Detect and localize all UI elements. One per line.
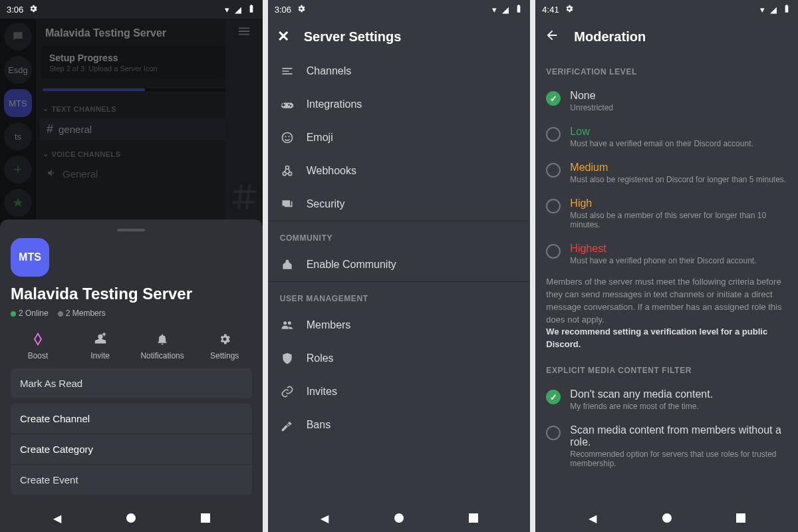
channel-label: general	[59, 124, 92, 135]
verification-high[interactable]: HighMust also be a member of this server…	[546, 191, 787, 236]
option-title: High	[570, 198, 787, 209]
status-time: 4:41	[542, 5, 559, 15]
hammer-icon	[280, 418, 295, 432]
members-item[interactable]: Members	[268, 309, 531, 342]
create-category-button[interactable]: Create Category	[11, 434, 252, 464]
speaker-icon	[47, 168, 57, 180]
radio-icon	[546, 199, 561, 213]
server-ts[interactable]: ts	[4, 122, 32, 150]
option-title: Don't scan any media content.	[570, 388, 713, 400]
community-section: COMMUNITY	[268, 221, 531, 248]
verification-section: VERIFICATION LEVEL	[546, 55, 787, 83]
option-subtitle: My friends are nice most of the time.	[570, 402, 713, 411]
online-count: 2 Online	[11, 309, 49, 318]
gear-icon	[565, 4, 574, 15]
option-subtitle: Must also be registered on Discord for l…	[570, 175, 786, 184]
verification-highest[interactable]: HighestMust have a verified phone on the…	[546, 236, 787, 272]
nav-home-icon[interactable]	[660, 511, 674, 525]
nav-home-icon[interactable]	[392, 511, 406, 525]
option-subtitle: Must have a verified phone on their Disc…	[570, 256, 756, 265]
hamburger-icon[interactable]	[237, 24, 251, 41]
option-title: None	[570, 90, 613, 102]
verification-medium[interactable]: MediumMust also be registered on Discord…	[546, 155, 787, 191]
wifi-icon: ▾	[760, 5, 765, 15]
bans-item[interactable]: Bans	[268, 408, 531, 442]
bell-icon	[154, 331, 170, 347]
radio-icon	[546, 163, 561, 178]
enable-community-item[interactable]: Enable Community	[268, 248, 531, 281]
page-title: Server Settings	[304, 29, 402, 45]
integrations-item[interactable]: Integrations	[268, 88, 531, 121]
chevron-down-icon[interactable]: ⌄	[43, 104, 49, 113]
svg-point-4	[288, 172, 291, 176]
nav-recent-icon[interactable]	[199, 511, 212, 525]
shield-icon	[280, 351, 295, 366]
gear-icon	[29, 4, 38, 15]
list-label: Channels	[307, 65, 352, 77]
battery-icon	[514, 4, 523, 15]
gear-icon	[297, 4, 306, 15]
close-icon[interactable]: ✕	[277, 28, 289, 45]
filter-scan-without-role[interactable]: Scan media content from members without …	[546, 418, 787, 475]
security-item[interactable]: Security	[268, 188, 531, 221]
server-icon[interactable]: MTS	[11, 238, 49, 277]
svg-point-3	[283, 172, 286, 176]
server-esdg[interactable]: Esdg	[4, 56, 32, 84]
option-subtitle: Recommended option for servers that use …	[570, 450, 787, 468]
nav-home-icon[interactable]	[124, 511, 138, 525]
list-label: Emoji	[307, 132, 333, 144]
svg-point-2	[288, 136, 289, 137]
filter-section: EXPLICIT MEDIA CONTENT FILTER	[546, 354, 787, 382]
text-channels-header[interactable]: TEXT CHANNELS	[51, 105, 116, 113]
signal-icon: ◢	[502, 5, 509, 15]
notifications-label: Notifications	[140, 351, 184, 360]
invites-item[interactable]: Invites	[268, 375, 531, 408]
create-event-button[interactable]: Create Event	[11, 464, 252, 495]
list-label: Security	[307, 198, 345, 210]
channels-item[interactable]: Channels	[268, 55, 531, 88]
dm-icon[interactable]	[4, 23, 32, 51]
gear-icon	[217, 331, 233, 347]
settings-button[interactable]: Settings	[201, 331, 248, 360]
nav-recent-icon[interactable]	[467, 511, 480, 525]
add-server-button[interactable]: +	[4, 156, 32, 184]
setup-subtitle: Step 2 of 3: Upload a Server Icon	[49, 65, 158, 72]
mark-as-read-button[interactable]: Mark As Read	[11, 368, 252, 398]
user-mgmt-section: USER MANAGEMENT	[268, 281, 531, 309]
radio-checked-icon	[546, 390, 561, 404]
settings-label: Settings	[210, 351, 239, 360]
boost-button[interactable]: Boost	[15, 331, 61, 360]
gamepad-icon	[280, 97, 295, 112]
svg-point-1	[285, 136, 286, 137]
webhooks-item[interactable]: Webhooks	[268, 154, 531, 188]
server-name[interactable]: Malavida Testing Server	[45, 27, 166, 39]
hash-icon: #	[47, 122, 53, 136]
sheet-title: Malavida Testing Server	[11, 285, 252, 303]
create-channel-button[interactable]: Create Channel	[11, 404, 252, 434]
back-arrow-icon[interactable]	[545, 28, 559, 46]
server-mts[interactable]: MTS	[4, 89, 32, 117]
filter-dont-scan[interactable]: Don't scan any media content.My friends …	[546, 382, 787, 418]
status-time: 3:06	[275, 5, 291, 15]
chevron-down-icon[interactable]: ⌄	[43, 150, 49, 158]
list-label: Enable Community	[307, 259, 396, 271]
notifications-button[interactable]: Notifications	[139, 331, 186, 360]
community-icon	[280, 257, 295, 272]
invite-button[interactable]: Invite	[77, 331, 124, 360]
roles-item[interactable]: Roles	[268, 342, 531, 375]
verification-none[interactable]: NoneUnrestricted	[546, 83, 787, 119]
emoji-item[interactable]: Emoji	[268, 121, 531, 154]
voice-channels-header[interactable]: VOICE CHANNELS	[51, 150, 120, 158]
hash-icon	[228, 181, 260, 215]
verification-low[interactable]: LowMust have a verified email on their D…	[546, 119, 787, 155]
wifi-icon: ▾	[225, 5, 229, 15]
nav-back-icon[interactable]: ◀	[318, 511, 331, 525]
nav-back-icon[interactable]: ◀	[586, 511, 599, 525]
list-label: Roles	[307, 352, 334, 364]
discover-icon[interactable]	[4, 189, 32, 217]
option-subtitle: Must also be a member of this server for…	[570, 211, 787, 229]
member-count: 2 Members	[58, 309, 106, 318]
nav-recent-icon[interactable]	[734, 511, 747, 525]
sheet-handle[interactable]	[117, 229, 145, 231]
nav-back-icon[interactable]: ◀	[51, 511, 64, 525]
